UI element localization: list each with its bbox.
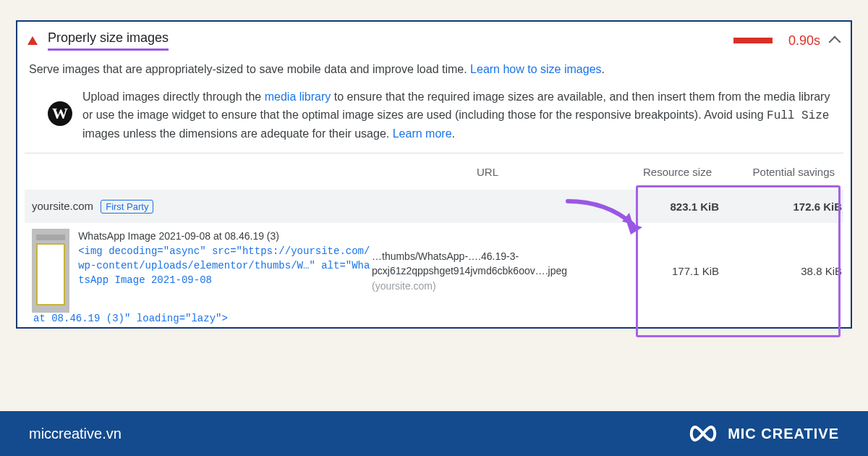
learn-size-images-link[interactable]: Learn how to size images — [470, 63, 601, 75]
image-html-code-overflow: at 08.46.19 (3)" loading="lazy"> — [25, 313, 843, 327]
footer-site: miccreative.vn — [29, 426, 122, 442]
col-resource-size: Resource size — [610, 166, 719, 178]
audit-description: Serve images that are appropriately-size… — [25, 56, 843, 88]
table-row[interactable]: WhatsApp Image 2021-09-08 at 08.46.19 (3… — [25, 223, 843, 313]
summary-potential-savings: 172.6 KiB — [726, 200, 849, 213]
image-title: WhatsApp Image 2021-09-08 at 08.46.19 (3… — [78, 229, 372, 243]
audit-title: Properly size images — [48, 30, 169, 51]
row-resource-size: 177.1 KiB — [618, 265, 726, 277]
image-url-cell: …thumbs/WhatsApp-….46.19-3-pcxj61z2qppsh… — [372, 249, 618, 293]
image-meta: WhatsApp Image 2021-09-08 at 08.46.19 (3… — [78, 229, 372, 287]
col-potential-savings: Potential savings — [719, 166, 842, 178]
media-library-link[interactable]: media library — [265, 90, 331, 103]
warning-triangle-icon — [27, 36, 38, 45]
audit-description-text: Serve images that are appropriately-size… — [29, 63, 470, 75]
wordpress-tip: W Upload images directly through the med… — [25, 88, 843, 153]
audit-header[interactable]: Properly size images 0.90s — [25, 28, 843, 56]
summary-resource-size: 823.1 KiB — [618, 200, 726, 213]
footer-brand-text: MIC CREATIVE — [728, 426, 839, 442]
images-table: URL Resource size Potential savings your… — [25, 153, 843, 327]
footer-brand: MIC CREATIVE — [687, 424, 839, 443]
image-thumbnail — [32, 229, 69, 313]
chevron-up-icon[interactable] — [829, 36, 841, 48]
summary-host: yoursite.com First Party — [32, 200, 372, 214]
footer-bar: miccreative.vn MIC CREATIVE — [0, 411, 868, 456]
audit-time: 0.90s — [788, 33, 820, 48]
row-potential-savings: 38.8 KiB — [726, 265, 849, 277]
table-header-row: URL Resource size Potential savings — [25, 153, 843, 190]
image-html-code: <img decoding="async" src="https://yours… — [78, 244, 372, 288]
col-url: URL — [365, 166, 610, 178]
image-url-host: (yoursite.com) — [372, 280, 436, 292]
first-party-badge: First Party — [101, 200, 153, 214]
learn-more-link[interactable]: Learn more — [393, 127, 452, 140]
table-summary-row[interactable]: yoursite.com First Party 823.1 KiB 172.6… — [25, 190, 843, 223]
full-size-code: Full Size — [767, 109, 829, 122]
wordpress-icon: W — [48, 101, 72, 126]
audit-card: Properly size images 0.90s Serve images … — [16, 20, 852, 329]
infinity-icon — [687, 424, 719, 443]
wordpress-tip-text: Upload images directly through the media… — [82, 88, 839, 143]
impact-bar-icon — [733, 38, 773, 43]
